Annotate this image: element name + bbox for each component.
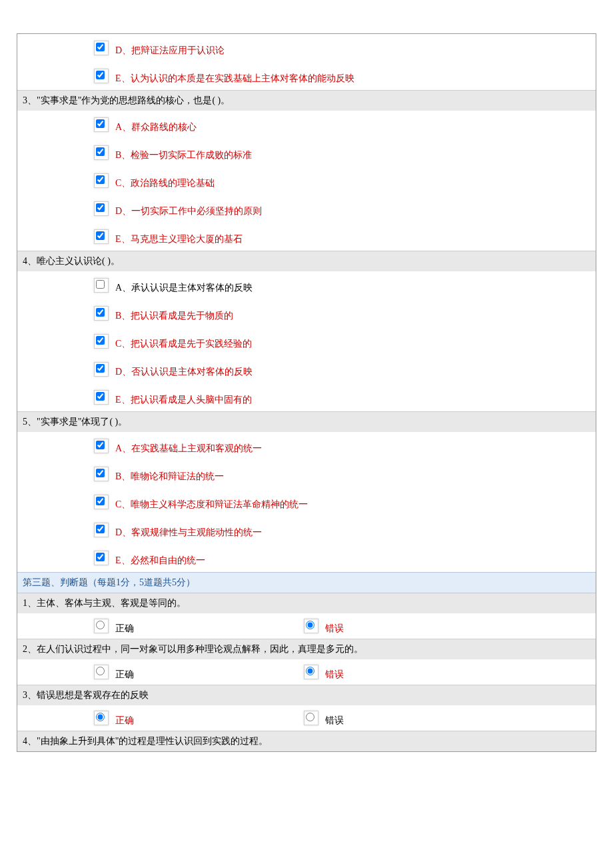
q3-option-d-row: D、一切实际工作中必须坚持的原则 (17, 195, 596, 223)
q4-option-c-checkbox[interactable] (96, 336, 105, 345)
q3-option-c-row: C、政治路线的理论基础 (17, 167, 596, 195)
tf-2-correct-radio-wrap[interactable] (94, 665, 109, 679)
tf-2-stem: 2、在人们认识过程中，同一对象可以用多种理论观点解释，因此，真理是多元的。 (17, 639, 596, 659)
q4-option-a-label: A、承认认识是主体对客体的反映 (115, 282, 253, 294)
q2-option-d-checkbox-wrap[interactable] (94, 41, 109, 55)
tf-1-correct-radio[interactable] (96, 621, 105, 629)
tf-2-wrong-radio-wrap[interactable] (304, 665, 318, 679)
tf-1-correct-label: 正确 (115, 623, 134, 635)
question-3-options: A、群众路线的核心B、检验一切实际工作成败的标准C、政治路线的理论基础D、一切实… (17, 111, 596, 251)
q5-option-c-label: C、唯物主义科学态度和辩证法革命精神的统一 (115, 499, 308, 511)
q4-option-b-row: B、把认识看成是先于物质的 (17, 299, 596, 327)
q3-option-e-label: E、马克思主义理论大厦的基石 (115, 233, 243, 245)
q3-option-a-label: A、群众路线的核心 (115, 121, 197, 133)
q5-option-d-checkbox[interactable] (96, 525, 105, 533)
exam-container: D、把辩证法应用于认识论E、认为认识的本质是在实践基础上主体对客体的能动反映 3… (17, 33, 596, 752)
section-3-header: 第三题、判断题（每题1分，5道题共5分） (17, 572, 596, 593)
q3-option-e-row: E、马克思主义理论大厦的基石 (17, 223, 596, 251)
q3-option-b-row: B、检验一切实际工作成败的标准 (17, 139, 596, 167)
q5-option-e-checkbox[interactable] (96, 553, 105, 561)
q2-option-d-checkbox[interactable] (96, 43, 105, 51)
tf-2-wrong-label: 错误 (325, 669, 344, 681)
q3-option-e-checkbox[interactable] (96, 231, 105, 240)
tf-3-correct-radio-wrap[interactable] (94, 711, 109, 725)
q4-option-e-checkbox-wrap[interactable] (94, 390, 109, 405)
q5-option-e-label: E、必然和自由的统一 (115, 555, 205, 567)
tf-1-wrong-radio[interactable] (306, 621, 314, 629)
q5-option-b-checkbox-wrap[interactable] (94, 467, 109, 481)
q5-option-b-checkbox[interactable] (96, 469, 105, 477)
q3-option-b-checkbox[interactable] (96, 147, 105, 156)
q4-option-e-label: E、把认识看成是人头脑中固有的 (115, 394, 252, 406)
q4-option-e-checkbox[interactable] (96, 392, 105, 401)
q5-option-a-label: A、在实践基础上主观和客观的统一 (115, 443, 262, 455)
q5-option-a-checkbox-wrap[interactable] (94, 439, 109, 453)
tf-1-choices: 正确错误 (17, 613, 596, 639)
q2-option-d-label: D、把辩证法应用于认识论 (115, 45, 225, 57)
tf-2-choices: 正确错误 (17, 659, 596, 685)
q5-option-c-checkbox[interactable] (96, 497, 105, 505)
q4-option-a-checkbox[interactable] (96, 280, 105, 289)
tf-3-wrong-radio[interactable] (306, 713, 314, 721)
tf-3-wrong-radio-wrap[interactable] (304, 711, 318, 725)
q2-option-e-checkbox[interactable] (96, 71, 105, 79)
tf-2-correct-label: 正确 (115, 669, 134, 681)
q3-option-b-checkbox-wrap[interactable] (94, 145, 109, 160)
q2-option-d-row: D、把辩证法应用于认识论 (17, 34, 596, 62)
q3-option-c-checkbox[interactable] (96, 175, 105, 184)
q3-option-d-checkbox[interactable] (96, 203, 105, 212)
question-5-stem: 5、"实事求是"体现了( )。 (17, 411, 596, 432)
q2-option-e-row: E、认为认识的本质是在实践基础上主体对客体的能动反映 (17, 62, 596, 90)
q3-option-c-checkbox-wrap[interactable] (94, 173, 109, 188)
q4-option-d-checkbox-wrap[interactable] (94, 362, 109, 377)
q5-option-b-row: B、唯物论和辩证法的统一 (17, 460, 596, 488)
q4-option-d-label: D、否认认识是主体对客体的反映 (115, 366, 253, 378)
tf-2-correct-radio[interactable] (96, 667, 105, 675)
q4-option-b-checkbox-wrap[interactable] (94, 306, 109, 321)
q4-option-c-checkbox-wrap[interactable] (94, 334, 109, 349)
q5-option-d-checkbox-wrap[interactable] (94, 523, 109, 537)
q4-option-b-checkbox[interactable] (96, 308, 105, 317)
tf-1-wrong-label: 错误 (325, 623, 344, 635)
q5-option-a-checkbox[interactable] (96, 441, 105, 449)
question-4-stem: 4、唯心主义认识论( )。 (17, 251, 596, 271)
tf-3-stem: 3、错误思想是客观存在的反映 (17, 685, 596, 705)
q5-option-e-checkbox-wrap[interactable] (94, 551, 109, 565)
q5-option-e-row: E、必然和自由的统一 (17, 544, 596, 572)
true-false-block: 1、主体、客体与主观、客观是等同的。正确错误2、在人们认识过程中，同一对象可以用… (17, 593, 596, 751)
top-options-block: D、把辩证法应用于认识论E、认为认识的本质是在实践基础上主体对客体的能动反映 (17, 34, 596, 90)
q3-option-d-checkbox-wrap[interactable] (94, 201, 109, 216)
question-4-options: A、承认认识是主体对客体的反映B、把认识看成是先于物质的C、把认识看成是先于实践… (17, 271, 596, 411)
q3-option-a-checkbox-wrap[interactable] (94, 117, 109, 132)
tf-3-correct-radio[interactable] (96, 713, 105, 721)
tf-3-wrong-label: 错误 (325, 715, 344, 727)
question-3-stem: 3、"实事求是"作为党的思想路线的核心，也是( )。 (17, 90, 596, 111)
tf-3-correct-label: 正确 (115, 715, 134, 727)
tf-1-wrong-radio-wrap[interactable] (304, 619, 318, 633)
q5-option-b-label: B、唯物论和辩证法的统一 (115, 471, 224, 483)
tf-1-stem: 1、主体、客体与主观、客观是等同的。 (17, 593, 596, 613)
q4-option-a-row: A、承认认识是主体对客体的反映 (17, 271, 596, 299)
question-5-options: A、在实践基础上主观和客观的统一B、唯物论和辩证法的统一C、唯物主义科学态度和辩… (17, 432, 596, 572)
q4-option-b-label: B、把认识看成是先于物质的 (115, 310, 233, 322)
q5-option-a-row: A、在实践基础上主观和客观的统一 (17, 432, 596, 460)
q4-option-c-row: C、把认识看成是先于实践经验的 (17, 327, 596, 355)
tf-2-wrong-radio[interactable] (306, 667, 314, 675)
q3-option-d-label: D、一切实际工作中必须坚持的原则 (115, 205, 262, 217)
q4-option-d-row: D、否认认识是主体对客体的反映 (17, 355, 596, 383)
tf-3-choices: 正确错误 (17, 705, 596, 731)
q3-option-b-label: B、检验一切实际工作成败的标准 (115, 149, 252, 161)
tf-1-correct-radio-wrap[interactable] (94, 619, 109, 633)
q3-option-a-row: A、群众路线的核心 (17, 111, 596, 139)
q4-option-a-checkbox-wrap[interactable] (94, 278, 109, 293)
q5-option-d-label: D、客观规律性与主观能动性的统一 (115, 527, 262, 539)
q2-option-e-checkbox-wrap[interactable] (94, 69, 109, 83)
q4-option-d-checkbox[interactable] (96, 364, 105, 373)
q5-option-c-row: C、唯物主义科学态度和辩证法革命精神的统一 (17, 488, 596, 516)
q3-option-c-label: C、政治路线的理论基础 (115, 177, 215, 189)
q3-option-e-checkbox-wrap[interactable] (94, 229, 109, 244)
q3-option-a-checkbox[interactable] (96, 119, 105, 128)
q5-option-c-checkbox-wrap[interactable] (94, 495, 109, 509)
q4-option-c-label: C、把认识看成是先于实践经验的 (115, 338, 252, 350)
q4-option-e-row: E、把认识看成是人头脑中固有的 (17, 383, 596, 411)
